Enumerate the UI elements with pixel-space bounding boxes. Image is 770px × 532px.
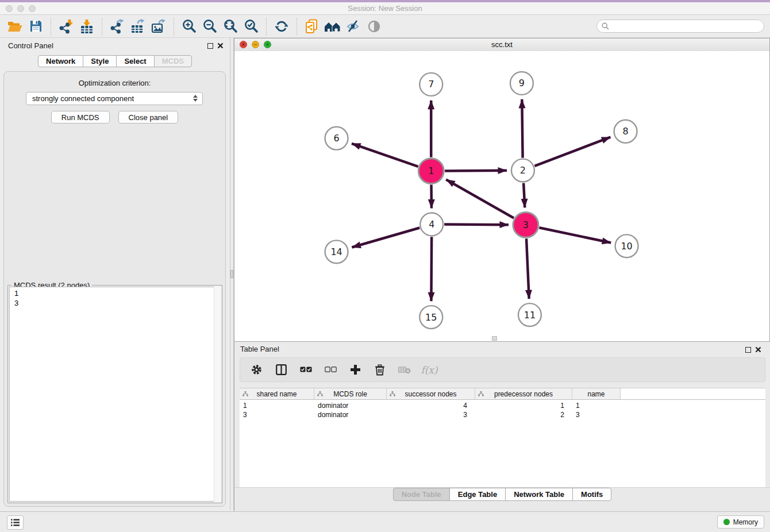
network-canvas[interactable]: 7968124314101511 [234, 51, 769, 341]
tab-edge-table[interactable]: Edge Table [449, 488, 506, 501]
graph-node-9[interactable]: 9 [510, 72, 533, 95]
export-table-icon[interactable] [129, 18, 147, 34]
close-panel-icon[interactable] [217, 43, 224, 49]
import-table-icon[interactable] [78, 18, 95, 34]
delete-row-icon[interactable] [374, 364, 386, 376]
zoom-fit-icon[interactable] [222, 18, 239, 34]
graph-node-3[interactable]: 3 [513, 212, 538, 237]
table-cell[interactable]: 4 [387, 402, 475, 410]
table-cell[interactable]: dominator [314, 402, 387, 410]
tab-mcds[interactable]: MCDS [154, 55, 192, 67]
open-session-icon[interactable] [6, 18, 24, 34]
table-tabs: Node TableEdge TableNetwork TableMotifs [234, 488, 770, 501]
export-image-icon[interactable] [150, 18, 167, 34]
edge-3-1[interactable] [446, 179, 514, 218]
result-scrollbar[interactable] [214, 286, 221, 502]
tab-select[interactable]: Select [116, 55, 154, 67]
column-header-mcds-role[interactable]: MCDS role [314, 388, 387, 399]
graph-node-1[interactable]: 1 [418, 159, 444, 184]
edge-1-6[interactable] [352, 144, 418, 167]
edge-2-9[interactable] [522, 99, 522, 158]
graph-node-14[interactable]: 14 [325, 240, 348, 263]
status-bar: Memory [0, 511, 770, 532]
table-cell[interactable]: 1 [475, 402, 572, 410]
mcds-result-text[interactable]: 13 [9, 287, 221, 502]
toolbar-separator [102, 18, 102, 35]
import-network-icon[interactable] [57, 18, 75, 34]
select-all-rows-icon[interactable] [299, 364, 312, 376]
new-network-from-selection-icon[interactable] [303, 18, 321, 34]
tab-motifs[interactable]: Motifs [572, 488, 611, 501]
zoom-selected-icon[interactable] [242, 18, 260, 34]
tab-network[interactable]: Network [38, 55, 83, 67]
close-table-panel-icon[interactable] [755, 346, 761, 353]
graph-node-15[interactable]: 15 [419, 306, 442, 329]
edge-2-3[interactable] [523, 183, 525, 208]
settings-gear-icon[interactable] [250, 364, 263, 376]
table-cell[interactable]: 3 [387, 411, 475, 419]
edge-4-15[interactable] [431, 237, 432, 301]
run-mcds-button[interactable]: Run MCDS [51, 111, 110, 124]
edge-3-11[interactable] [526, 238, 529, 299]
column-header-predecessor-nodes[interactable]: predecessor nodes [475, 388, 572, 399]
column-header-shared-name[interactable]: shared name [240, 388, 314, 399]
export-network-icon[interactable] [109, 18, 126, 34]
table-cell[interactable]: 3 [240, 411, 314, 419]
column-header-name[interactable]: name [572, 388, 621, 399]
function-builder-icon[interactable]: f(x) [423, 364, 436, 376]
column-visibility-icon[interactable] [275, 364, 287, 376]
float-table-panel-icon[interactable] [745, 347, 751, 353]
graph-node-6[interactable]: 6 [325, 127, 348, 150]
table-cell[interactable]: 2 [475, 411, 572, 419]
zoom-out-icon[interactable] [201, 18, 218, 34]
graph-node-10[interactable]: 10 [615, 234, 638, 257]
network-window-titlebar[interactable]: × − + scc.txt [234, 38, 769, 52]
graph-node-2[interactable]: 2 [511, 159, 534, 182]
edge-4-14[interactable] [352, 228, 419, 247]
table-panel-title: Table Panel [240, 345, 279, 353]
memory-label: Memory [733, 518, 758, 526]
svg-text:1: 1 [428, 165, 434, 176]
first-neighbors-icon[interactable] [324, 18, 341, 34]
save-session-icon[interactable] [27, 18, 44, 34]
toolbar-separator [174, 18, 174, 35]
close-panel-button[interactable]: Close panel [118, 111, 179, 124]
canvas-scroll-handle[interactable] [492, 336, 497, 341]
table-panel: Table Panel f(x) shared nameMCDS rolesuc… [234, 342, 770, 511]
table-cell[interactable]: dominator [314, 411, 387, 419]
table-cell[interactable]: 1 [240, 402, 314, 410]
table-cell[interactable]: 3 [572, 411, 621, 419]
task-history-button[interactable] [7, 515, 24, 530]
criterion-dropdown[interactable]: strongly connected component [26, 92, 203, 105]
search-field[interactable] [612, 21, 764, 31]
svg-text:9: 9 [519, 78, 525, 88]
splitter-handle[interactable] [230, 270, 233, 278]
delete-column-icon[interactable] [398, 364, 411, 376]
add-column-icon[interactable] [349, 364, 361, 376]
show-all-icon[interactable] [365, 18, 383, 34]
network-graph[interactable]: 7968124314101511 [234, 51, 769, 341]
graph-node-11[interactable]: 11 [518, 303, 541, 326]
edge-2-8[interactable] [534, 137, 610, 166]
float-panel-icon[interactable] [207, 43, 213, 49]
graph-node-4[interactable]: 4 [420, 213, 443, 236]
tab-node-table[interactable]: Node Table [393, 488, 450, 501]
tab-network-table[interactable]: Network Table [505, 488, 573, 501]
table-row[interactable]: 1dominator411 [240, 401, 765, 410]
apply-layout-icon[interactable] [273, 18, 290, 34]
tab-style[interactable]: Style [83, 55, 117, 67]
svg-text:11: 11 [524, 310, 536, 321]
column-header-successor-nodes[interactable]: successor nodes [387, 388, 475, 399]
edge-3-10[interactable] [539, 228, 611, 242]
deselect-all-rows-icon[interactable] [324, 364, 337, 376]
graph-node-7[interactable]: 7 [419, 73, 442, 96]
zoom-in-icon[interactable] [180, 18, 198, 34]
hide-selected-icon[interactable] [345, 18, 362, 34]
table-cell[interactable]: 1 [572, 402, 621, 410]
edge-4-3[interactable] [444, 225, 509, 225]
search-input[interactable] [596, 20, 764, 33]
memory-button[interactable]: Memory [717, 515, 764, 529]
table-row[interactable]: 3dominator323 [240, 410, 765, 419]
edge-1-2[interactable] [445, 171, 507, 171]
graph-node-8[interactable]: 8 [614, 120, 637, 143]
